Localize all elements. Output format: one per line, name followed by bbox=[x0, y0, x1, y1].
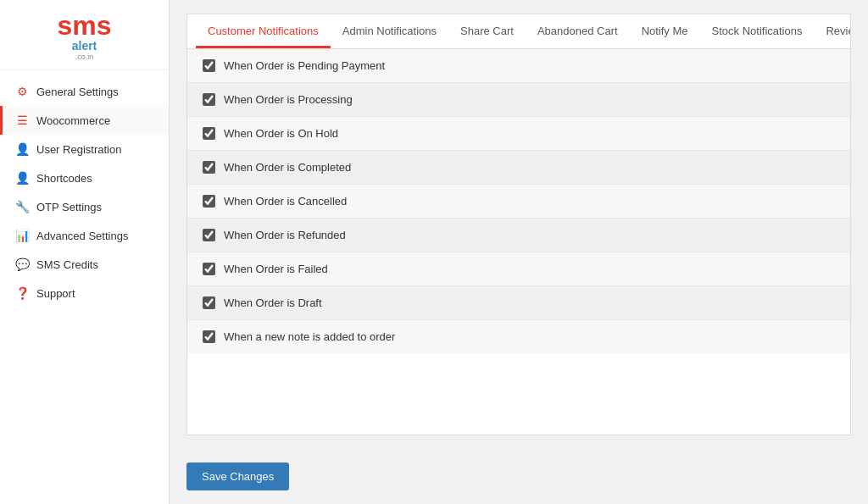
notification-label-on-hold: When Order is On Hold bbox=[224, 127, 338, 140]
sidebar-item-support[interactable]: ❓ Support bbox=[0, 279, 169, 307]
gear-icon: ⚙ bbox=[14, 85, 30, 98]
sidebar-item-general-settings[interactable]: ⚙ General Settings bbox=[0, 77, 169, 106]
tab-notify-me[interactable]: Notify Me bbox=[630, 14, 700, 48]
checkbox-completed[interactable] bbox=[203, 161, 215, 174]
notification-label-new-note: When a new note is added to order bbox=[224, 330, 395, 343]
tab-stock-notifications[interactable]: Stock Notifications bbox=[700, 14, 815, 48]
sidebar-item-label: Woocommerce bbox=[36, 114, 110, 127]
sidebar-item-label: General Settings bbox=[36, 86, 119, 98]
notifications-list: When Order is Pending Payment When Order… bbox=[187, 49, 850, 435]
notification-label-failed: When Order is Failed bbox=[224, 263, 328, 275]
checkbox-processing[interactable] bbox=[203, 93, 215, 106]
sidebar-item-label: Support bbox=[36, 287, 75, 300]
notification-label-processing: When Order is Processing bbox=[224, 93, 353, 106]
tab-share-cart[interactable]: Share Cart bbox=[448, 14, 526, 48]
logo-co: .co.in bbox=[57, 53, 111, 61]
advanced-icon: 📊 bbox=[14, 229, 30, 242]
logo-alert: alert bbox=[72, 39, 97, 53]
sidebar: sms alert .co.in ⚙ General Settings ☰ Wo… bbox=[0, 0, 170, 504]
checkbox-cancelled[interactable] bbox=[203, 195, 215, 208]
tab-admin-notifications[interactable]: Admin Notifications bbox=[331, 14, 448, 48]
notification-label-pending-payment: When Order is Pending Payment bbox=[224, 59, 385, 72]
sidebar-item-user-registration[interactable]: 👤 User Registration bbox=[0, 135, 169, 163]
checkbox-draft[interactable] bbox=[203, 296, 215, 309]
sidebar-item-otp-settings[interactable]: 🔧 OTP Settings bbox=[0, 192, 169, 221]
sidebar-item-woocommerce[interactable]: ☰ Woocommerce bbox=[0, 106, 169, 135]
logo: sms alert .co.in bbox=[0, 0, 169, 70]
notification-row-new-note: When a new note is added to order bbox=[187, 320, 850, 353]
chat-icon: 💬 bbox=[14, 258, 30, 271]
logo-sms: sms bbox=[57, 12, 111, 39]
notification-label-draft: When Order is Draft bbox=[224, 296, 322, 309]
user-icon: 👤 bbox=[14, 142, 30, 156]
tab-panel: Customer Notifications Admin Notificatio… bbox=[186, 14, 851, 435]
sidebar-item-label: Advanced Settings bbox=[36, 230, 128, 242]
tabs-header: Customer Notifications Admin Notificatio… bbox=[187, 14, 850, 49]
notification-row-refunded: When Order is Refunded bbox=[187, 219, 850, 252]
tab-review[interactable]: Review bbox=[814, 14, 851, 48]
footer-area: Save Changes bbox=[170, 449, 868, 504]
checkbox-failed[interactable] bbox=[203, 263, 215, 275]
shortcodes-icon: 👤 bbox=[14, 171, 30, 185]
sidebar-item-label: OTP Settings bbox=[36, 201, 102, 213]
notification-row-on-hold: When Order is On Hold bbox=[187, 117, 850, 151]
notification-row-cancelled: When Order is Cancelled bbox=[187, 185, 850, 219]
notification-label-refunded: When Order is Refunded bbox=[224, 229, 346, 241]
wrench-icon: 🔧 bbox=[14, 200, 30, 213]
sidebar-item-shortcodes[interactable]: 👤 Shortcodes bbox=[0, 163, 169, 192]
main-content: Customer Notifications Admin Notificatio… bbox=[170, 0, 868, 504]
content-area: Customer Notifications Admin Notificatio… bbox=[170, 0, 868, 449]
notification-label-completed: When Order is Completed bbox=[224, 161, 351, 174]
tab-customer-notifications[interactable]: Customer Notifications bbox=[196, 14, 331, 48]
notification-row-completed: When Order is Completed bbox=[187, 151, 850, 185]
sidebar-nav: ⚙ General Settings ☰ Woocommerce 👤 User … bbox=[0, 70, 169, 504]
sidebar-item-label: SMS Credits bbox=[36, 258, 98, 271]
list-icon: ☰ bbox=[14, 114, 30, 127]
checkbox-new-note[interactable] bbox=[203, 330, 215, 343]
sidebar-item-label: Shortcodes bbox=[36, 172, 92, 185]
notification-row-processing: When Order is Processing bbox=[187, 83, 850, 117]
help-icon: ❓ bbox=[14, 286, 30, 300]
checkbox-on-hold[interactable] bbox=[203, 127, 215, 140]
checkbox-refunded[interactable] bbox=[203, 229, 215, 241]
notification-label-cancelled: When Order is Cancelled bbox=[224, 195, 347, 208]
sidebar-item-label: User Registration bbox=[36, 143, 121, 156]
sidebar-item-advanced-settings[interactable]: 📊 Advanced Settings bbox=[0, 221, 169, 250]
notification-row-pending-payment: When Order is Pending Payment bbox=[187, 49, 850, 83]
sidebar-item-sms-credits[interactable]: 💬 SMS Credits bbox=[0, 250, 169, 279]
notification-row-draft: When Order is Draft bbox=[187, 286, 850, 320]
tab-abandoned-cart[interactable]: Abandoned Cart bbox=[526, 14, 630, 48]
notification-row-failed: When Order is Failed bbox=[187, 252, 850, 286]
checkbox-pending-payment[interactable] bbox=[203, 59, 215, 72]
save-button[interactable]: Save Changes bbox=[186, 462, 289, 490]
